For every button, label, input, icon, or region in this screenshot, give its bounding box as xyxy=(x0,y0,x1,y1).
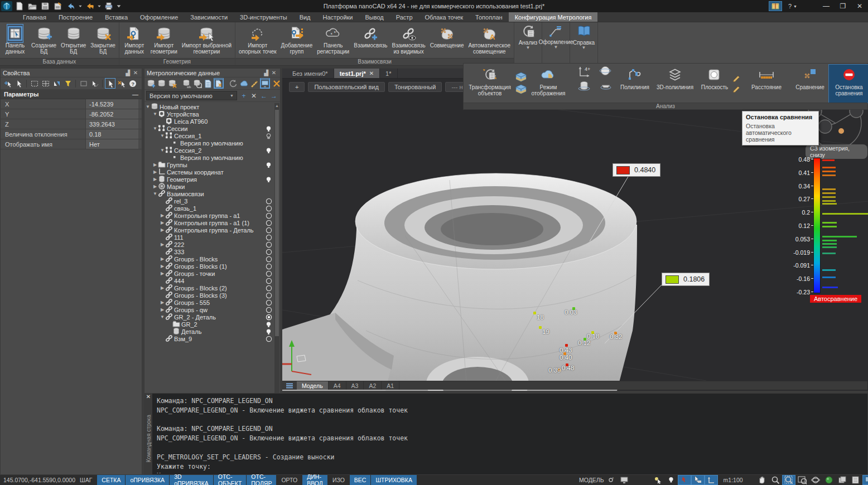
close-icon[interactable]: ✕ xyxy=(270,70,278,76)
property-value[interactable]: 339.2643 xyxy=(85,119,138,129)
collapse-icon[interactable]: ▼ xyxy=(145,104,151,109)
ribbon-tab-10[interactable]: Облака точек xyxy=(419,12,470,22)
ribbon-tab-4[interactable]: Зависимости xyxy=(184,12,234,22)
version-btn-3[interactable]: → xyxy=(269,92,278,100)
orbit-button[interactable] xyxy=(809,476,822,484)
status-toggle[interactable]: ШАГ xyxy=(75,475,97,485)
collapse-icon[interactable]: ▼ xyxy=(160,314,165,319)
status-toggle[interactable]: ОТС-ПОЛЯР xyxy=(247,475,276,485)
tdb-button[interactable] xyxy=(157,79,166,88)
select-cam-button[interactable] xyxy=(692,476,704,484)
ribbon-button[interactable]: Взаимосвязь из видимых xyxy=(389,23,427,58)
ribbon-button[interactable]: Добавление групп xyxy=(279,23,315,58)
tree-item[interactable]: ▶Контрольня группа - a1 (1) xyxy=(145,219,274,226)
tree-item[interactable]: Взм_9 xyxy=(145,335,274,342)
expand-icon[interactable]: ▶ xyxy=(160,285,165,290)
ribbon-button[interactable]: ккПанель регистрации xyxy=(315,23,351,58)
layout-tab[interactable]: А4 xyxy=(329,381,346,390)
journal-button[interactable] xyxy=(850,476,862,484)
ribbon-button[interactable]: Создание БД xyxy=(29,23,59,58)
tree-item[interactable]: ▶Groups - Blocks xyxy=(145,255,274,263)
ribbon-button[interactable]: Взаимосвязь xyxy=(351,23,389,58)
viewport-toolbar-button[interactable]: Тонированный xyxy=(388,82,442,92)
tree-item[interactable]: 333 xyxy=(145,248,274,255)
cyl3-button[interactable] xyxy=(578,80,591,93)
command-line-tab-label[interactable]: Командная строка xyxy=(146,415,152,462)
tree-item[interactable]: 111 xyxy=(145,234,274,241)
workspace-icon[interactable]: ₽ xyxy=(605,476,617,484)
axis-tracker-button[interactable] xyxy=(705,476,717,484)
layout-tab[interactable]: А3 xyxy=(346,381,364,390)
scale-indicator[interactable]: m1:100 xyxy=(724,477,743,483)
pan-hand-button[interactable] xyxy=(756,476,768,484)
ribbon-button[interactable]: Импорт выбранной геометрии xyxy=(180,23,234,58)
tree-item[interactable]: ▼Сессия_2 xyxy=(145,147,274,154)
expand-icon[interactable]: ▶ xyxy=(152,184,158,189)
tscreen-button[interactable] xyxy=(261,79,269,88)
circle-indicator[interactable] xyxy=(265,198,272,205)
collapse-icon[interactable]: ▼ xyxy=(152,191,158,196)
property-value[interactable]: -14.5239 xyxy=(85,99,138,109)
deviation-callout[interactable]: 0.4840 xyxy=(613,163,660,177)
status-toggle[interactable]: ДИН-ВВОД xyxy=(302,475,327,485)
tree-item[interactable]: ▼GR_2 - Деталь xyxy=(145,313,274,321)
document-tab[interactable]: 1* xyxy=(380,69,397,78)
ribbon-tab-3[interactable]: Оформление xyxy=(134,12,184,22)
tree-item[interactable]: Groups - Blocks (3) xyxy=(145,292,274,299)
measure-point[interactable] xyxy=(533,312,536,314)
circle-indicator[interactable] xyxy=(265,336,272,342)
tdb-find-button[interactable] xyxy=(193,79,202,88)
deviation-callout[interactable]: 0.1806 xyxy=(662,273,710,286)
tmeasure-button[interactable] xyxy=(250,79,259,88)
expand-icon[interactable]: ▶ xyxy=(160,220,165,225)
light-cursor-button[interactable] xyxy=(652,476,664,484)
bulb-on-indicator[interactable] xyxy=(265,176,272,183)
expand-icon[interactable]: ▶ xyxy=(160,271,165,276)
tree-item[interactable]: rel_3 xyxy=(145,197,274,205)
model-space-label[interactable]: МОДЕЛЬ xyxy=(579,477,604,483)
collapse-icon[interactable]: ▼ xyxy=(152,126,158,131)
status-toggle[interactable]: ОТС-ОБЪЕКТ xyxy=(214,475,247,485)
minimize-button[interactable]: — xyxy=(818,0,835,12)
analysis-button[interactable]: Остановка сравнения xyxy=(829,65,868,103)
viewport-toolbar-button[interactable]: + xyxy=(289,82,305,92)
close-icon[interactable]: ✕ xyxy=(146,394,151,400)
expand-icon[interactable]: ▶ xyxy=(152,162,158,167)
circle-indicator[interactable] xyxy=(265,212,272,219)
autocompare-badge[interactable]: Автосравнение xyxy=(810,295,861,303)
sel-grid-button[interactable] xyxy=(41,79,50,88)
bulb-off-indicator[interactable] xyxy=(265,133,272,139)
tclose-button[interactable] xyxy=(273,79,281,88)
sel-cur-button[interactable] xyxy=(105,79,115,88)
ribbon-tab-12[interactable]: Конфигурация Метрология xyxy=(509,12,598,22)
whats-new-button[interactable] xyxy=(769,1,782,11)
sphere-button[interactable] xyxy=(599,66,613,78)
property-value[interactable]: Нет xyxy=(85,139,138,149)
circle-indicator[interactable] xyxy=(265,205,272,212)
ribbon-button[interactable]: Импорт геометрии xyxy=(148,23,180,58)
tdb-del-button[interactable] xyxy=(168,79,177,88)
command-history[interactable]: Команда: NPC_COMPARE_LEGEND_ONNPC_COMPAR… xyxy=(157,396,864,473)
circle-indicator[interactable] xyxy=(265,278,272,284)
ribbon-menu-button[interactable]: Справка▼ xyxy=(570,22,598,65)
monitor-small-icon[interactable] xyxy=(618,476,630,484)
layout-tab[interactable]: А1 xyxy=(382,381,399,390)
layout-tab[interactable]: Модель xyxy=(297,381,329,390)
tsync-button[interactable] xyxy=(229,79,238,88)
circle-indicator[interactable] xyxy=(265,249,272,255)
collapse-icon[interactable]: ▼ xyxy=(160,148,165,153)
tdb-imp-button[interactable] xyxy=(182,79,191,88)
bulb-on-indicator[interactable] xyxy=(265,162,272,168)
tree-item[interactable]: ▶Groups - Blocks (2) xyxy=(145,284,274,292)
ribbon-button[interactable]: Панель данных xyxy=(1,23,29,58)
circle-indicator[interactable] xyxy=(265,263,272,270)
expand-icon[interactable]: ▶ xyxy=(152,177,158,182)
pencil-plane-icon[interactable] xyxy=(732,84,741,94)
collapse-icon[interactable]: ▼ xyxy=(160,133,165,138)
tree-item[interactable]: ▼Взаимосвязи xyxy=(145,190,274,197)
ribbon-menu-button[interactable]: Оформление▼ xyxy=(542,22,570,65)
close-icon[interactable]: ✕ xyxy=(369,70,374,76)
maximize-button[interactable]: ❐ xyxy=(835,0,851,12)
tdb-add-button[interactable] xyxy=(147,79,156,88)
redo-dropdown[interactable] xyxy=(97,1,102,11)
